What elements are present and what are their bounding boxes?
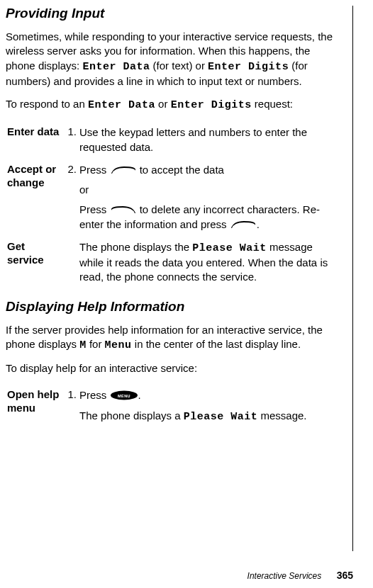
text: Press [79,389,110,401]
step-label-get-service: Get service [6,236,62,289]
step-number: 1. [62,121,78,159]
text: message. [257,409,306,422]
lcd-text-please-wait: Please Wait [184,411,258,423]
step-body: The phone displays the Please Wait messa… [78,236,338,289]
lcd-text-enter-data: Enter Data [88,99,155,111]
text: or [155,98,171,110]
lcd-text-enter-data: Enter Data [82,61,150,73]
right-softkey-icon [230,220,257,230]
footer-page-number: 365 [337,570,353,581]
table-row: Accept or change 2. Press to accept the … [6,159,338,236]
text: for [87,338,105,350]
step-number: 2. [62,159,78,236]
text-or: or [79,183,337,197]
lcd-text-enter-digits: Enter Digits [208,61,289,73]
step-body: Press to accept the data or Press to del… [78,159,338,236]
step-body: Press MENU. The phone displays a Please … [78,384,338,429]
lcd-text-menu: Menu [105,339,132,351]
step-body: Use the keypad letters and numbers to en… [78,121,338,159]
table-row: Get service The phone displays the Pleas… [6,236,338,289]
step-label-open-help-menu: Open help menu [6,384,62,429]
text: to accept the data [137,164,224,176]
menu-key-icon: MENU [110,390,138,400]
heading-displaying-help: Displaying Help Information [6,299,338,315]
table-row: Open help menu 1. Press MENU. The phone … [6,384,338,429]
help-todisplay-paragraph: To display help for an interactive servi… [6,361,338,375]
footer-section-name: Interactive Services [247,571,322,581]
text: in the center of the last display line. [132,338,301,350]
text: The phone displays a [79,409,184,422]
step-label-enter-data: Enter data [6,121,62,159]
step-number: 1. [62,384,78,429]
table-row: Enter data 1. Use the keypad letters and… [6,121,338,159]
lcd-text-please-wait: Please Wait [192,242,267,254]
intro-paragraph-2: To respond to an Enter Data or Enter Dig… [6,97,338,113]
text: . [257,218,260,230]
step-label-accept-change: Accept or change [6,159,62,236]
lcd-text-m: M [79,339,87,351]
help-intro-paragraph: If the server provides help information … [6,323,338,354]
steps-table-1: Enter data 1. Use the keypad letters and… [6,121,338,288]
steps-table-2: Open help menu 1. Press MENU. The phone … [6,384,338,429]
text: The phone displays the [79,241,192,253]
text: request: [252,98,293,110]
text: Press [79,164,110,176]
step-number [62,236,78,289]
text: . [138,389,141,401]
right-softkey-icon [110,165,137,175]
left-softkey-icon [110,205,137,215]
heading-providing-input: Providing Input [6,6,338,21]
page-footer: Interactive Services 365 [247,570,353,581]
svg-text:MENU: MENU [117,394,130,398]
intro-paragraph-1: Sometimes, while responding to your inte… [6,30,338,89]
text: (for text) or [150,60,208,72]
lcd-text-enter-digits: Enter Digits [171,99,252,111]
text: Press [79,203,110,215]
text: To respond to an [6,98,88,110]
